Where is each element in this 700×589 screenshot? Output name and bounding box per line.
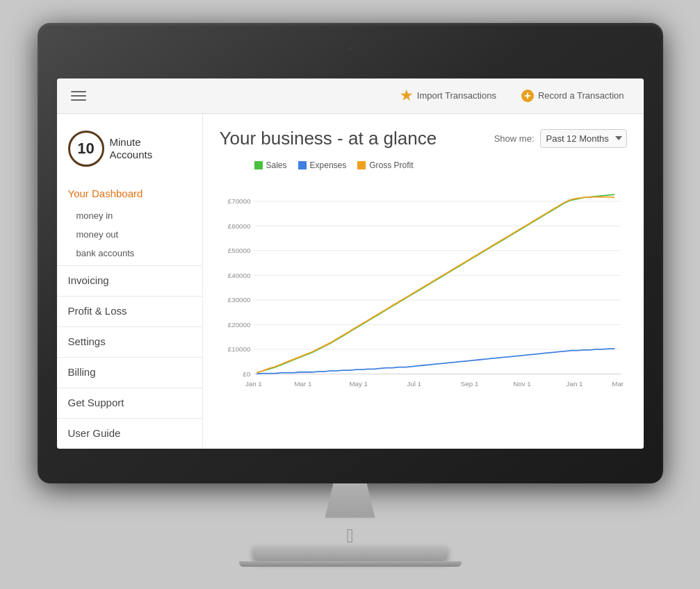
monitor-base xyxy=(253,546,448,561)
svg-text:Jan 1: Jan 1 xyxy=(566,380,583,388)
sidebar-item-user-guide[interactable]: User Guide xyxy=(57,420,202,446)
record-transaction-button[interactable]: + Record a Transaction xyxy=(513,85,633,106)
monitor-base-bottom xyxy=(239,561,462,567)
record-transaction-label: Record a Transaction xyxy=(538,90,624,101)
svg-text:£40000: £40000 xyxy=(227,271,250,279)
logo-circle: 10 xyxy=(68,131,104,167)
svg-rect-0 xyxy=(254,161,263,169)
svg-text:May 1: May 1 xyxy=(349,380,368,388)
sidebar-item-dashboard[interactable]: Your Dashboard xyxy=(57,181,202,206)
chart-legend: Sales Expenses Gross Profit xyxy=(220,160,627,170)
nav-billing-section: Billing xyxy=(57,359,202,385)
svg-text:£60000: £60000 xyxy=(227,222,250,229)
svg-text:£30000: £30000 xyxy=(227,296,250,304)
sidebar-item-get-support[interactable]: Get Support xyxy=(57,390,202,415)
star-icon xyxy=(400,90,413,102)
nav-guide-section: User Guide xyxy=(57,420,202,446)
sidebar-item-bank-accounts[interactable]: bank accounts xyxy=(57,244,202,263)
logo-accounts: Accounts xyxy=(110,149,153,161)
svg-text:Sep 1: Sep 1 xyxy=(460,380,478,388)
nav-support-section: Get Support xyxy=(57,390,202,415)
monitor-stand:  xyxy=(38,483,663,567)
sidebar-item-invoicing[interactable]: Invoicing xyxy=(57,267,202,293)
sidebar-item-money-in[interactable]: money in xyxy=(57,206,202,225)
show-me-area: Show me: Past 12 Months Past 6 Months Pa… xyxy=(494,129,627,148)
svg-text:£0: £0 xyxy=(243,370,250,377)
svg-text:Nov 1: Nov 1 xyxy=(513,380,530,388)
content-area: Your business - at a glance Show me: Pas… xyxy=(203,114,644,449)
page-title: Your business - at a glance xyxy=(220,128,437,149)
import-transactions-label: Import Transactions xyxy=(417,90,496,101)
nav-settings-section: Settings xyxy=(57,329,202,354)
sales-line xyxy=(257,194,614,373)
sidebar-item-profit-loss[interactable]: Profit & Loss xyxy=(57,298,202,324)
nav-invoicing-section: Invoicing xyxy=(57,267,202,293)
nav-dashboard-section: Your Dashboard money in money out bank a… xyxy=(57,181,202,263)
chart-wrapper: £70000 £60000 £50000 £40000 xyxy=(220,176,627,415)
nav-divider-2 xyxy=(57,296,202,297)
nav-profit-section: Profit & Loss xyxy=(57,298,202,324)
monitor-neck xyxy=(309,483,392,518)
main-layout: 10 Minute Accounts Your Dashboard money … xyxy=(57,114,644,449)
nav-divider-1 xyxy=(57,265,202,266)
chart-svg: £70000 £60000 £50000 £40000 xyxy=(220,176,627,412)
sidebar-item-settings[interactable]: Settings xyxy=(57,329,202,354)
svg-text:£10000: £10000 xyxy=(227,345,250,353)
legend-sales: Sales xyxy=(254,160,287,170)
svg-rect-2 xyxy=(357,161,366,169)
svg-text:Jan 1: Jan 1 xyxy=(245,380,261,388)
show-me-select[interactable]: Past 12 Months Past 6 Months Past 3 Mont… xyxy=(540,129,627,148)
svg-text:£70000: £70000 xyxy=(227,197,250,205)
import-transactions-button[interactable]: Import Transactions xyxy=(392,85,505,106)
sidebar: 10 Minute Accounts Your Dashboard money … xyxy=(57,114,203,449)
nav-divider-5 xyxy=(57,388,202,388)
svg-text:Jul 1: Jul 1 xyxy=(407,380,421,388)
legend-gross-profit: Gross Profit xyxy=(357,160,413,170)
logo-minute: Minute xyxy=(110,136,153,149)
sidebar-item-money-out[interactable]: money out xyxy=(57,225,202,244)
menu-button[interactable] xyxy=(68,88,89,103)
apple-logo:  xyxy=(346,526,353,546)
nav-divider-3 xyxy=(57,326,202,327)
sidebar-item-billing[interactable]: Billing xyxy=(57,359,202,385)
legend-expenses: Expenses xyxy=(298,160,347,170)
nav-divider-6 xyxy=(57,418,202,419)
content-header: Your business - at a glance Show me: Pas… xyxy=(220,128,627,149)
logo-area: 10 Minute Accounts xyxy=(57,125,202,181)
show-me-label: Show me: xyxy=(494,133,535,144)
top-bar: Import Transactions + Record a Transacti… xyxy=(57,78,644,114)
screen: Import Transactions + Record a Transacti… xyxy=(57,78,644,449)
svg-text:£50000: £50000 xyxy=(227,247,250,254)
svg-text:Mar: Mar xyxy=(612,380,624,388)
gross-profit-line xyxy=(257,197,614,372)
plus-icon: + xyxy=(521,90,534,102)
x-axis: Jan 1 Mar 1 May 1 Jul 1 Sep 1 Nov 1 Jan … xyxy=(245,380,624,388)
logo-text: Minute Accounts xyxy=(110,136,153,161)
camera-dot xyxy=(348,47,352,51)
svg-text:Mar 1: Mar 1 xyxy=(294,380,311,388)
svg-text:£20000: £20000 xyxy=(227,320,250,328)
nav-divider-4 xyxy=(57,357,202,358)
monitor: Import Transactions + Record a Transacti… xyxy=(38,23,663,567)
svg-rect-1 xyxy=(298,161,307,169)
screen-bezel: Import Transactions + Record a Transacti… xyxy=(38,23,663,483)
logo-number: 10 xyxy=(77,141,94,156)
